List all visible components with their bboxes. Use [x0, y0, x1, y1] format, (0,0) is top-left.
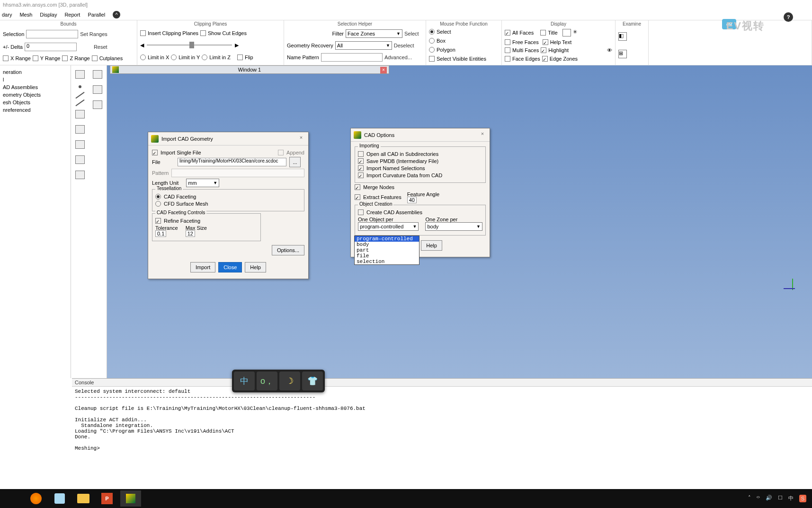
tree-item[interactable]: eometry Objects — [1, 91, 70, 99]
examine-icon-1[interactable]: ◧ — [618, 32, 627, 41]
tool-icon[interactable] — [75, 110, 85, 118]
tray-icon[interactable]: 中 — [788, 495, 794, 502]
cfd-surface-radio[interactable] — [155, 201, 161, 207]
close-button[interactable]: Close — [218, 262, 242, 272]
tool-icon[interactable] — [75, 155, 85, 164]
tool-icon[interactable] — [79, 85, 81, 88]
help-button[interactable]: Help — [245, 262, 266, 272]
ime-toolbar[interactable]: 中 o， ☽ 👕 — [232, 370, 325, 392]
xrange-checkbox[interactable] — [3, 55, 9, 61]
dialog-titlebar[interactable]: CAD Options × — [351, 128, 490, 142]
dropdown-option[interactable]: part — [355, 247, 419, 253]
max-size-input[interactable]: 12 — [186, 230, 195, 237]
reset-button[interactable]: Reset — [94, 44, 107, 50]
delta-input[interactable]: 0 — [25, 43, 77, 51]
firefox-icon[interactable] — [26, 490, 46, 507]
ime-punct-icon[interactable]: o， — [257, 372, 277, 390]
dropdown-option[interactable]: file — [355, 253, 419, 259]
clip-slider[interactable] — [147, 45, 232, 45]
ime-moon-icon[interactable]: ☽ — [279, 372, 300, 390]
fluent-icon[interactable] — [120, 490, 141, 507]
tree-item[interactable]: esh Objects — [1, 99, 70, 106]
import-curv-checkbox[interactable] — [358, 172, 364, 178]
tree-item[interactable]: l — [1, 76, 70, 83]
one-zone-dropdown[interactable]: body▼ — [425, 222, 482, 231]
console-output[interactable]: Selected system interconnect: default --… — [72, 387, 812, 453]
ime-skin-icon[interactable]: 👕 — [302, 372, 323, 390]
powerpoint-icon[interactable]: P — [97, 490, 117, 507]
collapse-icon[interactable]: ^ — [113, 11, 120, 18]
one-obj-dropdown-list[interactable]: program-controlled body part file select… — [354, 236, 419, 265]
probe-select-radio[interactable] — [429, 29, 435, 35]
taskbar[interactable]: P ˄ ⌔ 🔊 ☐ 中 S — [0, 489, 812, 508]
tool-icon[interactable] — [93, 70, 102, 79]
tool-icon[interactable] — [75, 70, 85, 79]
menu-boundary[interactable]: dary — [2, 12, 12, 18]
tool-icon[interactable] — [75, 92, 84, 99]
tolerance-input[interactable]: 0.1 — [155, 230, 166, 237]
merge-nodes-checkbox[interactable] — [355, 184, 360, 190]
selection-input[interactable] — [26, 30, 78, 38]
extract-feat-checkbox[interactable] — [355, 194, 360, 200]
select-button[interactable]: Select — [404, 31, 419, 36]
cube-icon[interactable] — [562, 29, 571, 36]
help-icon[interactable]: ? — [784, 12, 793, 22]
save-pmdb-checkbox[interactable] — [358, 158, 364, 164]
dropdown-option[interactable]: body — [355, 242, 419, 247]
probe-box-radio[interactable] — [429, 38, 435, 44]
wifi-icon[interactable]: ⌔ — [757, 495, 760, 502]
start-button[interactable] — [2, 490, 23, 507]
close-icon[interactable]: × — [297, 135, 305, 143]
help-text-checkbox[interactable] — [543, 39, 548, 45]
unit-dropdown[interactable]: mm▼ — [186, 179, 219, 187]
face-edges-checkbox[interactable] — [505, 56, 510, 62]
system-tray[interactable]: ˄ ⌔ 🔊 ☐ 中 S — [748, 495, 810, 502]
viewport-tab[interactable]: Window 1 × — [110, 65, 389, 74]
multi-faces-checkbox[interactable] — [505, 47, 510, 53]
explorer-icon[interactable] — [73, 490, 94, 507]
open-all-checkbox[interactable] — [358, 151, 364, 157]
title-checkbox[interactable] — [540, 30, 546, 36]
tool-icon[interactable] — [75, 140, 85, 149]
show-cut-checkbox[interactable] — [200, 30, 206, 36]
tool-icon[interactable] — [75, 100, 84, 106]
menu-mesh[interactable]: Mesh — [19, 12, 32, 18]
free-faces-checkbox[interactable] — [505, 39, 510, 45]
limitx-radio[interactable] — [140, 54, 146, 60]
tray-up-icon[interactable]: ˄ — [748, 495, 751, 502]
probe-visible-checkbox[interactable] — [429, 56, 435, 62]
cad-faceting-radio[interactable] — [155, 194, 161, 200]
create-assemblies-checkbox[interactable] — [358, 209, 364, 215]
name-pattern-input[interactable] — [321, 53, 383, 62]
app-icon[interactable] — [49, 490, 70, 507]
import-button[interactable]: Import — [190, 262, 215, 272]
ime-chinese-icon[interactable]: 中 — [234, 372, 255, 390]
flip-checkbox[interactable] — [237, 54, 243, 60]
yrange-checkbox[interactable] — [33, 55, 38, 61]
limity-radio[interactable] — [171, 54, 177, 60]
tray-icon[interactable]: S — [799, 495, 806, 502]
close-icon[interactable]: × — [478, 131, 487, 139]
file-input[interactable]: lining/MyTraining/MotorHX/03Clean/core.s… — [178, 158, 286, 166]
zrange-checkbox[interactable] — [62, 55, 68, 61]
menu-display[interactable]: Display — [40, 12, 57, 18]
advanced-button[interactable]: Advanced... — [384, 54, 412, 60]
tray-icon[interactable]: ☐ — [778, 495, 783, 502]
menu-parallel[interactable]: Parallel — [88, 12, 105, 18]
dropdown-option[interactable]: selection — [355, 259, 419, 264]
highlight-checkbox[interactable] — [541, 47, 546, 53]
help-button[interactable]: Help — [421, 240, 442, 251]
edge-zones-checkbox[interactable] — [542, 56, 548, 62]
feat-angle-input[interactable]: 40 — [407, 197, 417, 203]
options-button[interactable]: Options... — [272, 245, 304, 255]
slider-right-icon[interactable]: ▶ — [235, 42, 239, 48]
import-ns-checkbox[interactable] — [358, 165, 364, 171]
one-obj-dropdown[interactable]: program-controlled▼ — [358, 222, 419, 231]
filter-dropdown[interactable]: Face Zones▼ — [346, 29, 402, 38]
limitz-radio[interactable] — [202, 54, 207, 60]
volume-icon[interactable]: 🔊 — [766, 495, 772, 502]
star-icon[interactable]: ✳ — [573, 29, 581, 36]
tree-item[interactable]: AD Assemblies — [1, 83, 70, 91]
tool-icon[interactable] — [75, 171, 85, 179]
eye-icon[interactable]: 👁 — [607, 47, 612, 53]
